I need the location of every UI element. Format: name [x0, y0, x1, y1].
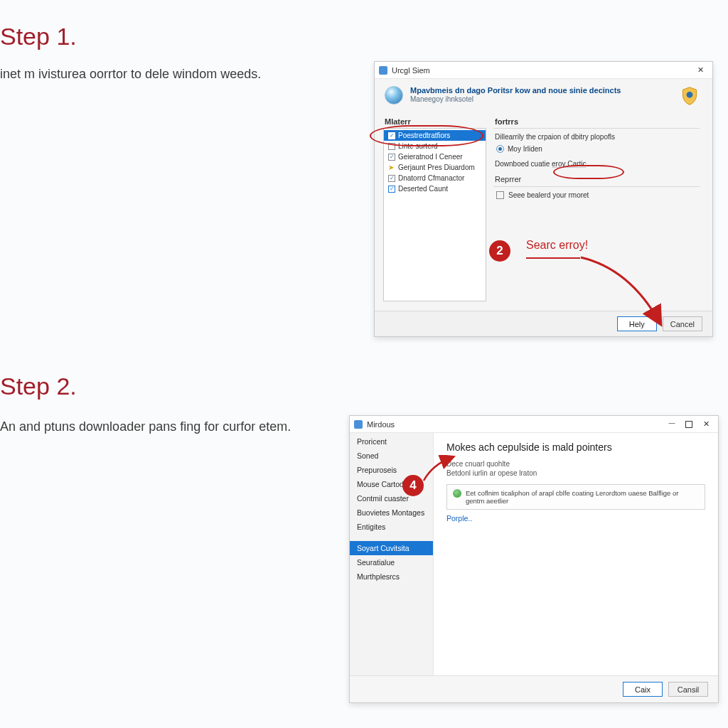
dialog1-tree: ✓ Poestredtratfiors Linte surterd ✓ Geie…: [383, 128, 486, 301]
tree-item-label: Dnatorrd Cfmanactor: [398, 174, 464, 182]
sidebar-item[interactable]: Proricent: [350, 434, 433, 449]
download-row: Downboed cuatie eroy Cartic: [495, 160, 704, 168]
checkbox-icon: ✓: [388, 186, 395, 193]
step2-heading: Step 2.: [0, 373, 77, 400]
sidebar-item[interactable]: Seuratialue: [350, 555, 433, 569]
tree-item-label: Deserted Caunt: [398, 185, 448, 193]
dialog2-sidebar: Proricent Soned Prepuroseis Mouse Cartod…: [350, 433, 434, 675]
sidebar-item[interactable]: Entigites: [350, 520, 433, 534]
checkbox-icon: [388, 143, 395, 150]
sidebar-item[interactable]: Mouse Cartodi: [350, 477, 433, 491]
tree-item[interactable]: ✓ Poestredtratfiors: [384, 130, 486, 141]
dialog1-header-subtitle: Maneegoy ihnksotel: [410, 95, 621, 103]
content-subtitle: Dece cnuarl quohlte: [446, 460, 705, 468]
radio-label: Moy Irliden: [508, 145, 542, 153]
app-icon: [379, 66, 387, 75]
dialog-2: Mirdous Proricent Soned Prepuroseis Mous…: [349, 415, 719, 703]
sidebar-item[interactable]: Murthplesrcs: [350, 569, 433, 584]
content-title: Mokes ach cepulside is mald pointers: [446, 441, 705, 453]
arrow-icon: ➤: [388, 164, 395, 171]
radio-option[interactable]: Moy Irliden: [496, 145, 704, 153]
dialog2-title: Mirdous: [367, 420, 395, 429]
minimize-icon[interactable]: [664, 418, 680, 431]
dialog2-content: Mokes ach cepulside is mald pointers Dec…: [434, 433, 718, 675]
tree-item-label: Poestredtratfiors: [398, 132, 450, 139]
svg-point-0: [687, 92, 693, 98]
checkbox-icon: ✓: [388, 132, 395, 139]
tree-item[interactable]: Linte surterd: [384, 141, 486, 151]
tree-item[interactable]: ✓ Geieratnod I Ceneer: [384, 151, 486, 162]
step1-body-text: inet m ivisturea oorrtor to dele windom …: [0, 65, 261, 82]
tree-item[interactable]: ➤ Gerjaunt Pres Diuardom: [384, 162, 486, 173]
people-link[interactable]: Porple..: [446, 514, 472, 523]
sidebar-item[interactable]: Prepuroseis: [350, 463, 433, 477]
tree-item[interactable]: ✓ Dnatorrd Cfmanactor: [384, 173, 486, 183]
tree-item-label: Gerjaunt Pres Diuardom: [398, 164, 475, 171]
checkbox-icon: ✓: [388, 154, 395, 161]
tree-item-label: Linte surterd: [398, 142, 438, 150]
dialog1-header: Mpavbmeis dn dago Poritsr kow and noue s…: [375, 79, 712, 113]
sidebar-item[interactable]: Buovietes Montages: [350, 505, 433, 520]
ok-button[interactable]: Caix: [623, 682, 663, 697]
repeat-check-label: Seee bealerd your rmoret: [508, 191, 589, 199]
checkbox-icon: ✓: [388, 175, 395, 182]
app-icon: [354, 420, 363, 429]
step2-body-text: An and ptuns downloader pans fing for cu…: [0, 418, 291, 435]
sidebar-item[interactable]: Soned: [350, 449, 433, 463]
shield-icon: [680, 86, 700, 106]
dialog1-left-heading: Mlaterr: [385, 117, 486, 126]
cancel-button[interactable]: Cancel: [663, 316, 702, 331]
checkbox-icon: [496, 191, 504, 199]
tree-item-label: Geieratnod I Ceneer: [398, 153, 463, 161]
radio-icon: [496, 145, 504, 153]
repeat-heading: Reprrer: [495, 175, 704, 183]
dialog1-titlebar: Urcgl Siem: [375, 62, 712, 79]
globe-icon: [385, 86, 403, 105]
dialog-1: Urcgl Siem Mpavbmeis dn dago Poritsr kow…: [374, 61, 713, 337]
sidebar-item-selected[interactable]: Soyart Cuvitsita: [350, 541, 433, 555]
tree-item[interactable]: ✓ Deserted Caunt: [384, 183, 486, 194]
dialog2-titlebar: Mirdous: [350, 416, 718, 433]
close-icon[interactable]: [692, 64, 708, 77]
step1-heading: Step 1.: [0, 23, 77, 50]
repeat-checkbox-row[interactable]: Seee bealerd your rmoret: [496, 191, 704, 199]
dialog2-footer: Caix Cansil: [350, 675, 718, 702]
info-box: Eet coflnim ticaliphon of arapl cblfe co…: [446, 484, 705, 510]
cancel-button[interactable]: Cansil: [668, 682, 708, 697]
info-text: Eet coflnim ticaliphon of arapl cblfe co…: [466, 489, 699, 505]
close-icon[interactable]: [698, 418, 714, 431]
maximize-icon[interactable]: [681, 418, 697, 431]
dialog1-header-title: Mpavbmeis dn dago Poritsr kow and noue s…: [410, 86, 621, 95]
dialog1-footer: Hely Cancel: [375, 311, 712, 336]
sidebar-item[interactable]: Contmil cuaster: [350, 491, 433, 505]
dialog1-right-desc: Dillearrily the crpaion of dbitry plopof…: [495, 133, 704, 141]
dialog1-right-heading: fortrrs: [495, 117, 704, 126]
content-subtitle: Betdonl iurlin ar opese lraton: [446, 469, 705, 477]
download-link[interactable]: eroy Cartic: [552, 160, 586, 168]
help-button[interactable]: Hely: [617, 316, 657, 331]
dialog1-title: Urcgl Siem: [392, 66, 430, 75]
info-icon: [453, 489, 461, 498]
